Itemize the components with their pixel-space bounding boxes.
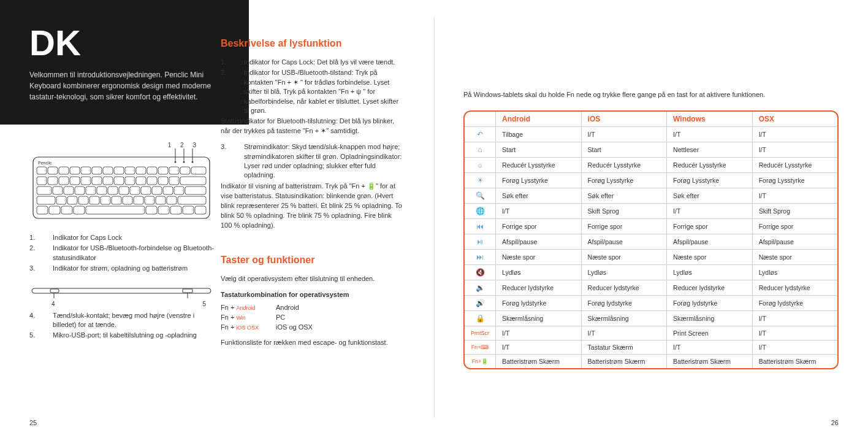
shortcut-label: Android — [276, 304, 299, 311]
svg-rect-11 — [70, 167, 80, 174]
table-cell: Forøg Lysstyrke — [496, 173, 582, 188]
svg-rect-60 — [145, 196, 154, 204]
table-cell: Forøg lydstyrke — [667, 296, 753, 311]
svg-rect-57 — [112, 196, 121, 204]
svg-rect-44 — [119, 187, 129, 194]
bottom-legend-list: Tænd/sluk-kontakt; bevæg mod højre (vens… — [29, 311, 219, 341]
svg-rect-32 — [136, 177, 146, 185]
table-cell: Afspil/pause — [753, 234, 837, 250]
svg-rect-17 — [136, 167, 146, 174]
power-item: Strømindikator: Skyd tænd/sluk-knappen m… — [221, 142, 405, 180]
shortcut-combo: Fn + iOS OSX — [221, 323, 270, 331]
table-header: OSX — [753, 112, 837, 127]
table-cell: Forrige spor — [753, 219, 837, 234]
svg-rect-33 — [147, 177, 157, 185]
svg-rect-26 — [70, 177, 80, 185]
battery-indicator-para: Indikator til visning af batteristrøm. T… — [221, 182, 405, 231]
table-cell: Næste spor — [496, 250, 582, 265]
language-code: DK — [29, 22, 219, 63]
table-cell: Reducér Lysstyrke — [496, 158, 582, 173]
table-cell: Søk efter — [667, 188, 753, 204]
table-cell: Batteristrøm Skærm — [753, 355, 837, 368]
table-cell: Forrige spor — [667, 219, 753, 234]
table-row: ☼Reducér LysstyrkeReducér LysstyrkeReduc… — [465, 158, 837, 173]
table-cell: Forøg Lysstyrke — [582, 173, 668, 188]
table-header: Windows — [667, 112, 753, 127]
table-body: ↶TilbageI/TI/TI/T⌂StartStartNettleserI/T… — [465, 127, 837, 368]
table-cell: Print Screen — [667, 326, 753, 341]
svg-rect-42 — [97, 187, 107, 194]
table-cell: Afspil/pause — [667, 234, 753, 250]
svg-rect-70 — [158, 206, 169, 214]
table-cell: Næste spor — [753, 250, 837, 265]
table-row: 🔒SkærmlåsningSkærmlåsningSkærmlåsningI/T — [465, 311, 837, 326]
table-cell: Reducér Lysstyrke — [582, 158, 668, 173]
table-cell: I/T — [753, 127, 837, 142]
svg-rect-58 — [123, 196, 132, 204]
table-cell: Forøg Lysstyrke — [667, 173, 753, 188]
svg-rect-37 — [37, 187, 51, 194]
svg-rect-19 — [158, 167, 168, 174]
choose-os-para: Vælg dit operativsystem efter tilslutnin… — [221, 274, 405, 284]
table-cell: Skærmlåsning — [496, 311, 582, 326]
fn-list-note: Funktionsliste for rækken med escape- og… — [221, 338, 405, 348]
svg-rect-21 — [180, 167, 190, 174]
bottom-num-4: 4 — [51, 301, 55, 307]
light-function-list: Indikator for Caps Lock: Det blå lys vil… — [221, 58, 405, 115]
row-icon: 🔒 — [465, 311, 496, 326]
table-cell: Reducér Lysstyrke — [667, 158, 753, 173]
bluetooth-status-para: Statusindikator for Bluetooth-tilslutnin… — [221, 117, 405, 136]
table-cell: Reducer lydstyrke — [667, 280, 753, 296]
table-cell: Reducer lydstyrke — [753, 280, 837, 296]
svg-rect-45 — [130, 187, 140, 194]
table-row: 🔉Reducer lydstyrkeReducer lydstyrkeReduc… — [465, 280, 837, 296]
keyboard-illustration: 1 2 3 Penclic — [29, 142, 219, 229]
table-cell: Lydløs — [667, 265, 753, 280]
table-row: ↶TilbageI/TI/TI/T — [465, 127, 837, 142]
legend-item: Indikator for USB-/Bluetooth-forbindelse… — [29, 244, 219, 263]
table-cell: Søk efter — [582, 188, 668, 204]
table-cell: Tastatur Skærm — [582, 341, 668, 355]
svg-rect-62 — [167, 196, 177, 204]
svg-rect-14 — [103, 167, 113, 174]
table-cell: Forøg lydstyrke — [496, 296, 582, 311]
svg-rect-64 — [37, 206, 48, 214]
svg-rect-9 — [48, 167, 58, 174]
svg-rect-65 — [49, 206, 60, 214]
page-number-left: 25 — [29, 419, 37, 426]
svg-rect-20 — [169, 167, 179, 174]
table-cell: I/T — [667, 341, 753, 355]
table-cell: Lydløs — [753, 265, 837, 280]
svg-text:Penclic: Penclic — [38, 161, 52, 165]
table-cell: Lydløs — [496, 265, 582, 280]
svg-rect-61 — [156, 196, 166, 204]
function-key-table: AndroidiOSWindowsOSX ↶TilbageI/TI/TI/T⌂S… — [463, 110, 839, 369]
svg-rect-66 — [61, 206, 72, 214]
heading-keys-functions: Taster og funktioner — [221, 255, 405, 266]
svg-rect-73 — [195, 206, 206, 214]
shortcut-label: PC — [276, 314, 285, 321]
svg-rect-72 — [183, 206, 194, 214]
table-header-icon-col — [465, 112, 496, 127]
legend-item: Indikator for Caps Lock — [29, 233, 219, 242]
shortcut-rows: Fn + AndroidAndroidFn + WinPCFn + iOS OS… — [221, 304, 405, 331]
table-cell: Forøg lydstyrke — [582, 296, 668, 311]
table-cell: I/T — [582, 127, 668, 142]
table-cell: Skift Sprog — [582, 204, 668, 219]
row-icon: ↶ — [465, 127, 496, 142]
svg-rect-31 — [125, 177, 135, 185]
row-icon: ☼ — [465, 158, 496, 173]
table-cell: Start — [496, 142, 582, 158]
row-icon: 🔇 — [465, 265, 496, 280]
svg-rect-69 — [146, 206, 157, 214]
svg-rect-0 — [33, 157, 210, 218]
table-row: ⏭Næste sporNæste sporNæste sporNæste spo… — [465, 250, 837, 265]
shortcut-row: Fn + iOS OSXiOS og OSX — [221, 323, 405, 331]
table-cell: Reducer lydstyrke — [496, 280, 582, 296]
svg-rect-8 — [37, 167, 47, 174]
left-column-1: DK Velkommen til introduktionsvejledning… — [29, 12, 219, 342]
svg-rect-24 — [48, 177, 58, 185]
row-icon: ⌂ — [465, 142, 496, 158]
svg-rect-55 — [89, 196, 99, 204]
row-icon: Fn+⌨ — [465, 341, 496, 355]
